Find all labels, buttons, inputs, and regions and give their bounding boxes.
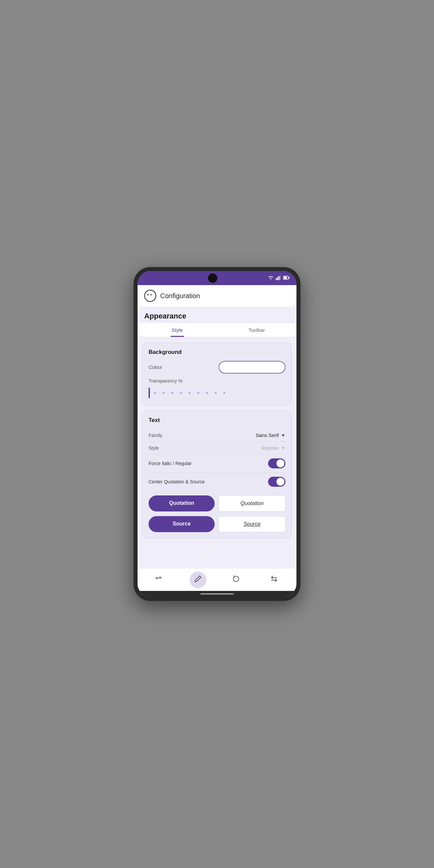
battery-icon bbox=[283, 275, 290, 281]
text-card-title: Text bbox=[149, 417, 285, 424]
family-value: Sans Serif bbox=[256, 432, 279, 438]
transparency-label: Transparency % bbox=[149, 378, 285, 383]
tab-style[interactable]: Style bbox=[137, 323, 217, 337]
camera-notch bbox=[208, 273, 217, 283]
slider-dot-2 bbox=[163, 392, 164, 394]
wifi-icon bbox=[268, 275, 274, 281]
slider-dot-4 bbox=[180, 392, 182, 394]
style-label: Style bbox=[149, 445, 159, 451]
style-dropdown-arrow: ▼ bbox=[281, 445, 285, 451]
tab-toolbar[interactable]: Toolbar bbox=[217, 323, 297, 337]
quotation-outline-button[interactable]: Quotation bbox=[219, 495, 285, 512]
svg-rect-6 bbox=[289, 277, 290, 279]
center-quotation-knob bbox=[276, 478, 284, 486]
family-label: Family bbox=[149, 433, 162, 438]
svg-rect-5 bbox=[284, 277, 287, 279]
signal-icon bbox=[276, 275, 281, 281]
font-style-row: Style Regular ▼ bbox=[149, 442, 285, 454]
slider-dot-7 bbox=[206, 392, 208, 394]
home-indicator bbox=[137, 591, 297, 597]
background-card-title: Background bbox=[149, 349, 285, 355]
text-card: Text Family Sans Serif ▼ Style Regular ▼ bbox=[142, 411, 292, 538]
svg-rect-1 bbox=[277, 277, 278, 280]
slider-dot-9 bbox=[223, 392, 225, 394]
slider-dot-1 bbox=[154, 392, 156, 394]
center-quotation-row: Center Quotation & Source bbox=[149, 473, 285, 491]
app-bar: " " Configuration bbox=[137, 285, 297, 307]
family-dropdown[interactable]: Sans Serif ▼ bbox=[256, 432, 285, 438]
tabs-container: Style Toolbar bbox=[137, 323, 297, 337]
edit-nav-icon bbox=[194, 575, 202, 585]
svg-text:": " bbox=[147, 293, 149, 299]
colour-label: Colour bbox=[149, 365, 162, 370]
nav-swap[interactable] bbox=[266, 571, 282, 588]
style-value: Regular bbox=[261, 445, 279, 451]
quote-nav-icon: ❝❞ bbox=[155, 575, 164, 585]
slider-dot-6 bbox=[197, 392, 199, 394]
quotation-filled-button[interactable]: Quotation bbox=[149, 495, 215, 512]
phone-shell: " " Configuration Appearance Style Toolb… bbox=[133, 267, 301, 601]
source-filled-button[interactable]: Source bbox=[149, 516, 215, 532]
force-italic-knob bbox=[276, 459, 284, 467]
svg-rect-0 bbox=[276, 278, 277, 280]
source-button-row: Source Source bbox=[149, 516, 285, 532]
home-bar bbox=[200, 593, 234, 595]
source-outline-button[interactable]: Source bbox=[219, 516, 285, 532]
section-title: Appearance bbox=[137, 307, 297, 323]
nav-refresh[interactable] bbox=[228, 571, 244, 588]
font-family-row: Family Sans Serif ▼ bbox=[149, 429, 285, 442]
swap-nav-icon bbox=[271, 575, 278, 585]
app-logo: " " bbox=[144, 290, 156, 302]
svg-text:": " bbox=[150, 293, 152, 299]
transparency-slider[interactable] bbox=[149, 387, 285, 399]
background-card: Background Colour Transparency % bbox=[142, 343, 292, 405]
main-content[interactable]: Appearance Style Toolbar Background Colo… bbox=[137, 307, 297, 568]
slider-track bbox=[154, 392, 225, 394]
style-dropdown[interactable]: Regular ▼ bbox=[261, 445, 285, 451]
quotation-button-row: Quotation Quotation bbox=[149, 495, 285, 512]
slider-thumb bbox=[149, 388, 150, 398]
family-dropdown-arrow: ▼ bbox=[281, 433, 285, 438]
center-quotation-label: Center Quotation & Source bbox=[149, 479, 205, 485]
nav-quote[interactable]: ❝❞ bbox=[152, 571, 168, 588]
colour-input[interactable] bbox=[219, 361, 285, 374]
refresh-nav-icon bbox=[232, 575, 240, 585]
svg-rect-3 bbox=[280, 275, 281, 280]
phone-screen: " " Configuration Appearance Style Toolb… bbox=[137, 271, 297, 597]
center-quotation-toggle[interactable] bbox=[268, 477, 285, 487]
bottom-nav: ❝❞ bbox=[137, 568, 297, 591]
app-title: Configuration bbox=[160, 292, 200, 300]
slider-dot-5 bbox=[189, 392, 191, 394]
status-bar bbox=[137, 271, 297, 285]
svg-text:❝❞: ❝❞ bbox=[155, 576, 162, 583]
slider-dot-8 bbox=[215, 392, 217, 394]
svg-rect-2 bbox=[278, 276, 279, 280]
colour-row: Colour bbox=[149, 361, 285, 374]
slider-dot-3 bbox=[171, 392, 173, 394]
status-icons bbox=[268, 275, 290, 281]
force-italic-label: Force Italic / Regular bbox=[149, 461, 192, 466]
force-italic-toggle[interactable] bbox=[268, 458, 285, 468]
force-italic-row: Force Italic / Regular bbox=[149, 454, 285, 473]
transparency-section: Transparency % bbox=[149, 378, 285, 399]
nav-edit[interactable] bbox=[190, 571, 206, 588]
